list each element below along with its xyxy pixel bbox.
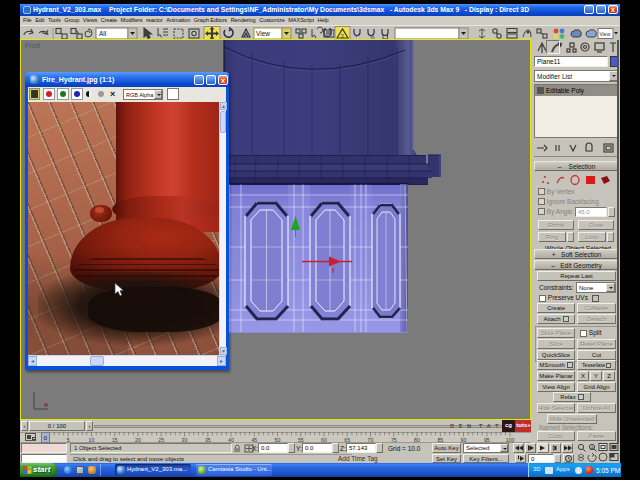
svg-text:70: 70 <box>368 437 374 443</box>
svg-text:30: 30 <box>182 437 188 443</box>
svg-text:All: All <box>99 30 107 37</box>
svg-text:35: 35 <box>205 437 211 443</box>
svg-text:View: View <box>256 30 270 37</box>
svg-text:50: 50 <box>275 437 281 443</box>
svg-text:40: 40 <box>228 437 234 443</box>
svg-text:65: 65 <box>344 437 350 443</box>
svg-text:20: 20 <box>135 437 141 443</box>
svg-text:80: 80 <box>414 437 420 443</box>
svg-text:45: 45 <box>251 437 257 443</box>
svg-text:60: 60 <box>321 437 327 443</box>
svg-text:10: 10 <box>89 437 95 443</box>
svg-text:85: 85 <box>437 437 443 443</box>
svg-text:90: 90 <box>461 437 467 443</box>
svg-text:100: 100 <box>506 437 515 443</box>
svg-text:55: 55 <box>298 437 304 443</box>
svg-text:95: 95 <box>484 437 490 443</box>
svg-text:5: 5 <box>67 437 70 443</box>
svg-text:25: 25 <box>158 437 164 443</box>
svg-text:View: View <box>600 31 611 37</box>
svg-text:15: 15 <box>112 437 118 443</box>
svg-text:75: 75 <box>391 437 397 443</box>
